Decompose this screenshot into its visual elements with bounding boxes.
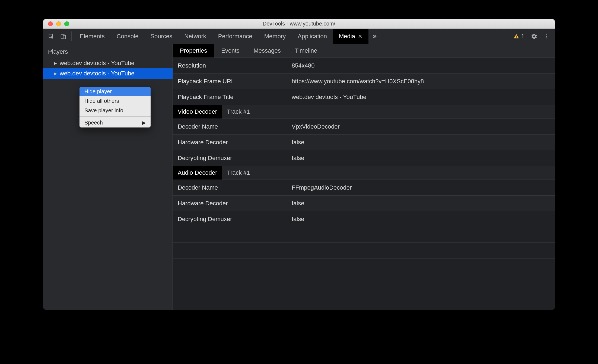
property-value: false <box>292 139 304 146</box>
property-key: Decoder Name <box>178 184 292 191</box>
property-key: Hardware Decoder <box>178 139 292 146</box>
property-key: Decoder Name <box>178 123 292 130</box>
property-key: Decrypting Demuxer <box>178 155 292 162</box>
context-menu-label: Speech <box>84 120 103 126</box>
window-titlebar: DevTools - www.youtube.com/ <box>43 19 555 29</box>
property-key: Resolution <box>178 62 292 69</box>
subtab-messages[interactable]: Messages <box>247 44 288 58</box>
context-menu-speech[interactable]: Speech ▶ <box>79 118 151 127</box>
svg-point-6 <box>546 36 547 37</box>
player-item-selected[interactable]: ▶ web.dev devtools - YouTube <box>43 68 173 79</box>
svg-rect-4 <box>516 37 517 38</box>
devtools-body: Players ▶ web.dev devtools - YouTube ▶ w… <box>43 44 555 310</box>
property-value: false <box>292 200 304 207</box>
tab-media-label: Media <box>339 33 355 40</box>
context-menu-save-info[interactable]: Save player info <box>79 106 151 115</box>
property-key: Playback Frame URL <box>178 78 292 85</box>
property-row: Playback Frame URL https://www.youtube.c… <box>173 74 555 89</box>
property-row: Hardware Decoder false <box>173 196 555 211</box>
sidebar-header: Players <box>43 44 173 58</box>
context-menu-hide-player[interactable]: Hide player <box>79 87 151 96</box>
empty-row <box>173 227 555 243</box>
subtab-events[interactable]: Events <box>214 44 246 58</box>
window-title: DevTools - www.youtube.com/ <box>43 21 555 27</box>
audio-decoder-section: Audio Decoder Track #1 <box>173 166 555 180</box>
tab-memory[interactable]: Memory <box>258 29 292 44</box>
players-sidebar: Players ▶ web.dev devtools - YouTube ▶ w… <box>43 44 173 310</box>
property-value: VpxVideoDecoder <box>292 123 340 130</box>
play-icon: ▶ <box>54 61 57 65</box>
tab-sources[interactable]: Sources <box>144 29 178 44</box>
zoom-window-button[interactable] <box>64 21 69 26</box>
toolbar-separator <box>71 31 72 41</box>
property-value: 854x480 <box>292 62 314 69</box>
property-row: Decrypting Demuxer false <box>173 211 555 227</box>
property-value: FFmpegAudioDecoder <box>292 184 352 191</box>
svg-point-7 <box>546 37 547 38</box>
devtools-window: DevTools - www.youtube.com/ Elements Con… <box>43 19 555 310</box>
section-label: Video Decoder <box>173 105 222 119</box>
context-menu-separator <box>79 116 151 117</box>
section-track: Track #1 <box>222 166 255 180</box>
context-menu: Hide player Hide all others Save player … <box>79 87 151 127</box>
more-options-icon[interactable] <box>541 33 553 40</box>
settings-icon[interactable] <box>528 33 541 40</box>
player-item[interactable]: ▶ web.dev devtools - YouTube <box>43 58 173 68</box>
subtab-timeline[interactable]: Timeline <box>288 44 324 58</box>
property-row: Resolution 854x480 <box>173 58 555 74</box>
tab-performance[interactable]: Performance <box>212 29 258 44</box>
video-decoder-section: Video Decoder Track #1 <box>173 105 555 119</box>
property-value: web.dev devtools - YouTube <box>292 94 367 101</box>
media-panel: Properties Events Messages Timeline Reso… <box>173 44 555 310</box>
property-value: https://www.youtube.com/watch?v=H0XScE08… <box>292 78 424 85</box>
section-track: Track #1 <box>222 105 255 119</box>
property-key: Decrypting Demuxer <box>178 216 292 223</box>
devtools-toolbar: Elements Console Sources Network Perform… <box>43 29 555 44</box>
empty-row <box>173 243 555 258</box>
close-tab-icon[interactable]: ✕ <box>358 33 362 40</box>
property-value: false <box>292 155 304 162</box>
property-value: false <box>292 216 304 223</box>
inspect-element-icon[interactable] <box>46 31 56 41</box>
context-menu-hide-others[interactable]: Hide all others <box>79 96 151 106</box>
warning-count: 1 <box>521 33 524 40</box>
section-label: Audio Decoder <box>173 166 222 180</box>
property-row: Hardware Decoder false <box>173 135 555 150</box>
context-menu-label: Save player info <box>84 107 123 114</box>
property-key: Playback Frame Title <box>178 94 292 101</box>
play-icon: ▶ <box>54 71 57 76</box>
device-toolbar-icon[interactable] <box>58 31 68 41</box>
svg-point-5 <box>546 34 547 35</box>
tab-media[interactable]: Media ✕ <box>333 29 368 44</box>
traffic-lights <box>43 21 69 26</box>
tab-application[interactable]: Application <box>292 29 333 44</box>
property-row: Decrypting Demuxer false <box>173 150 555 166</box>
context-menu-label: Hide all others <box>84 98 119 104</box>
property-row: Playback Frame Title web.dev devtools - … <box>173 89 555 105</box>
tab-network[interactable]: Network <box>178 29 212 44</box>
player-item-label: web.dev devtools - YouTube <box>60 60 135 67</box>
property-row: Decoder Name VpxVideoDecoder <box>173 119 555 135</box>
tab-elements[interactable]: Elements <box>74 29 111 44</box>
more-tabs-icon[interactable] <box>368 34 380 39</box>
warning-icon <box>513 33 520 39</box>
close-window-button[interactable] <box>48 21 53 26</box>
submenu-arrow-icon: ▶ <box>142 119 146 126</box>
minimize-window-button[interactable] <box>56 21 61 26</box>
context-menu-label: Hide player <box>84 88 112 95</box>
svg-rect-3 <box>516 36 517 37</box>
warnings-indicator[interactable]: 1 <box>510 33 528 40</box>
svg-rect-2 <box>63 35 65 39</box>
property-row: Decoder Name FFmpegAudioDecoder <box>173 180 555 196</box>
property-key: Hardware Decoder <box>178 200 292 207</box>
tab-console[interactable]: Console <box>111 29 145 44</box>
subtab-properties[interactable]: Properties <box>173 44 214 58</box>
media-subtabs: Properties Events Messages Timeline <box>173 44 555 58</box>
player-item-label: web.dev devtools - YouTube <box>60 70 135 77</box>
